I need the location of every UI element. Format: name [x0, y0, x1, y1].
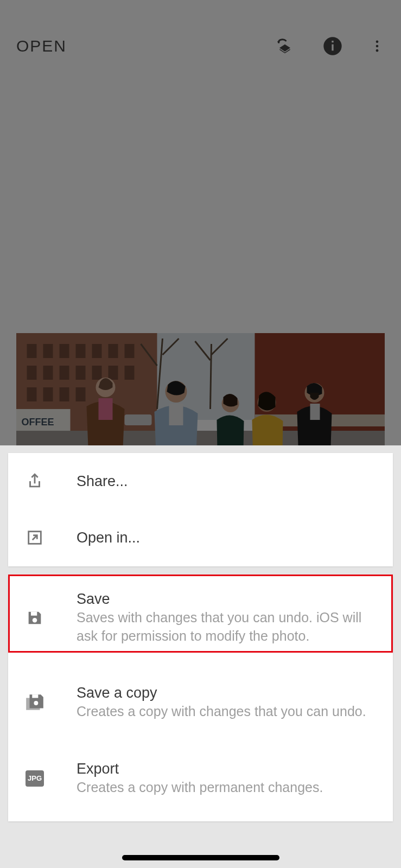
menu-item-open-in[interactable]: Open in...: [8, 509, 393, 566]
svg-rect-53: [31, 612, 37, 616]
sheet-group-1: Share... Open in...: [8, 453, 393, 566]
home-indicator[interactable]: [122, 855, 279, 860]
action-sheet: Share... Open in...: [0, 445, 401, 868]
menu-item-description: Creates a copy with permanent changes.: [77, 778, 377, 797]
svg-point-54: [34, 701, 38, 705]
save-icon: [24, 609, 45, 627]
menu-item-label: Save a copy: [77, 685, 377, 701]
menu-item-label: Share...: [77, 473, 377, 490]
menu-item-share[interactable]: Share...: [8, 453, 393, 509]
menu-item-label: Save: [77, 591, 377, 608]
menu-item-export[interactable]: JPG Export Creates a copy with permanent…: [8, 745, 393, 812]
menu-item-description: Creates a copy with changes that you can…: [77, 703, 377, 721]
menu-item-label: Export: [77, 761, 377, 777]
jpg-icon: JPG: [24, 770, 45, 787]
share-icon: [24, 470, 45, 492]
save-copy-icon: [24, 693, 45, 713]
svg-point-52: [33, 618, 37, 623]
menu-item-save-copy[interactable]: Save a copy Creates a copy with changes …: [8, 661, 393, 745]
open-external-icon: [24, 528, 45, 547]
svg-rect-55: [32, 694, 38, 698]
menu-item-label: Open in...: [77, 529, 377, 546]
menu-item-save[interactable]: Save Saves with changes that you can und…: [8, 576, 393, 661]
sheet-group-2: Save Saves with changes that you can und…: [8, 576, 393, 821]
menu-item-description: Saves with changes that you can undo. iO…: [77, 609, 377, 646]
jpg-badge: JPG: [26, 770, 44, 787]
